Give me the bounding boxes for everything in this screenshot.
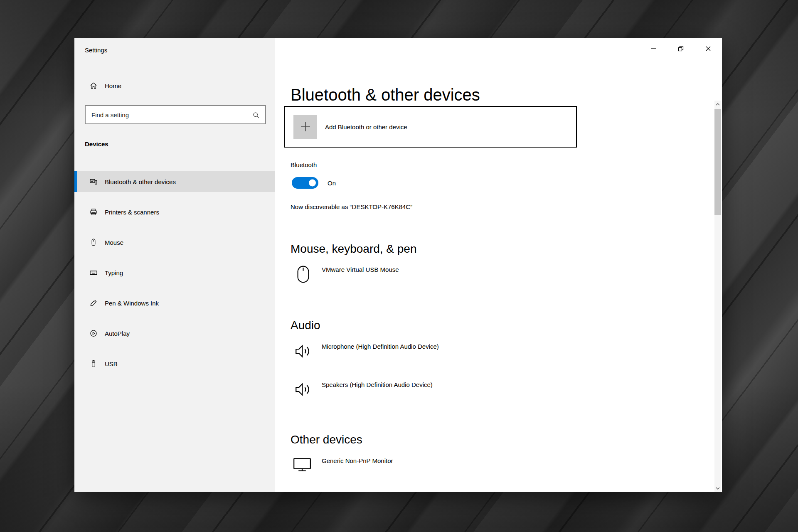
sidebar-item-label: Printers & scanners	[105, 209, 159, 216]
sidebar-item-usb[interactable]: USB	[74, 353, 275, 374]
sidebar-item-autoplay[interactable]: AutoPlay	[74, 323, 275, 344]
sidebar-item-typing[interactable]: Typing	[74, 262, 275, 283]
search-box	[85, 105, 266, 124]
scrollbar-down-arrow-icon[interactable]	[714, 485, 721, 492]
search-input[interactable]	[86, 106, 265, 123]
section-title-mouse-keyboard-pen: Mouse, keyboard, & pen	[291, 242, 417, 256]
section-title-other-devices: Other devices	[291, 433, 362, 447]
printer-icon	[89, 208, 98, 216]
sidebar-item-pen-windows-ink[interactable]: Pen & Windows Ink	[74, 293, 275, 313]
device-row-vmware-mouse[interactable]: VMware Virtual USB Mouse	[297, 265, 399, 283]
search-icon[interactable]	[252, 111, 260, 119]
scrollbar-up-arrow-icon[interactable]	[714, 101, 721, 108]
sidebar-section-header: Devices	[85, 140, 108, 148]
restore-icon	[677, 44, 685, 53]
add-bluetooth-device-button[interactable]: Add Bluetooth or other device	[284, 106, 577, 148]
sidebar-item-home[interactable]: Home	[74, 77, 275, 94]
sidebar-item-label: AutoPlay	[105, 330, 130, 337]
close-icon	[704, 44, 712, 53]
keyboard-icon	[89, 268, 98, 277]
add-device-label: Add Bluetooth or other device	[325, 123, 407, 131]
monitor-icon	[293, 457, 311, 472]
close-button[interactable]	[695, 38, 722, 59]
connected-devices-icon	[89, 177, 98, 186]
device-row-speakers[interactable]: Speakers (High Definition Audio Device)	[294, 381, 433, 398]
speaker-icon	[294, 381, 313, 398]
window-caption-buttons	[640, 38, 722, 59]
mouse-icon	[89, 238, 98, 246]
sidebar-item-mouse[interactable]: Mouse	[74, 232, 275, 253]
desktop-background: Settings Home	[0, 0, 798, 532]
bluetooth-toggle[interactable]	[292, 177, 318, 189]
vertical-scrollbar	[714, 101, 721, 492]
plus-icon	[293, 115, 317, 139]
sidebar-nav: Bluetooth & other devices Printers & sca…	[74, 171, 275, 384]
sidebar-item-label: Pen & Windows Ink	[105, 300, 159, 307]
toggle-state-label: On	[328, 180, 336, 187]
sidebar-item-printers-scanners[interactable]: Printers & scanners	[74, 202, 275, 222]
page-title: Bluetooth & other devices	[291, 85, 480, 104]
home-label: Home	[105, 82, 121, 89]
section-title-audio: Audio	[291, 318, 320, 332]
bluetooth-toggle-row: On	[292, 177, 336, 189]
main-content: Bluetooth & other devices Add Bluetooth …	[275, 38, 722, 492]
sidebar-item-bluetooth-other-devices[interactable]: Bluetooth & other devices	[74, 171, 275, 192]
speaker-icon	[294, 343, 313, 360]
bluetooth-label: Bluetooth	[291, 161, 317, 168]
autoplay-icon	[89, 329, 98, 337]
minimize-icon	[649, 44, 658, 53]
device-name: Microphone (High Definition Audio Device…	[322, 343, 439, 350]
device-name: VMware Virtual USB Mouse	[322, 266, 399, 273]
device-name: Generic Non-PnP Monitor	[322, 457, 393, 465]
device-row-generic-monitor[interactable]: Generic Non-PnP Monitor	[293, 457, 393, 472]
sidebar-item-label: USB	[105, 360, 118, 367]
sidebar: Settings Home	[74, 38, 275, 492]
home-icon	[89, 81, 98, 90]
settings-window: Settings Home	[74, 38, 722, 492]
sidebar-item-label: Mouse	[105, 239, 123, 246]
maximize-button[interactable]	[667, 38, 695, 59]
minimize-button[interactable]	[640, 38, 667, 59]
toggle-knob	[309, 180, 316, 187]
discoverable-text: Now discoverable as “DESKTOP-K76K84C”	[291, 203, 412, 210]
device-name: Speakers (High Definition Audio Device)	[322, 381, 433, 389]
usb-icon	[89, 360, 98, 368]
pen-icon	[89, 299, 98, 307]
device-row-microphone[interactable]: Microphone (High Definition Audio Device…	[294, 343, 439, 360]
mouse-icon	[297, 265, 310, 283]
scrollbar-thumb[interactable]	[714, 109, 721, 215]
sidebar-item-label: Bluetooth & other devices	[105, 178, 176, 185]
window-title: Settings	[85, 47, 107, 54]
sidebar-item-label: Typing	[105, 269, 123, 276]
